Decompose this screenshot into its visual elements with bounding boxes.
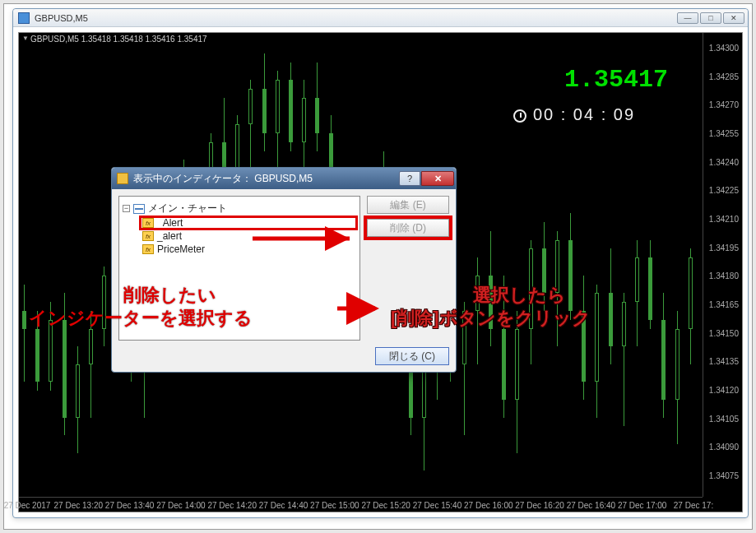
x-tick: 27 Dec 14:40: [259, 501, 308, 510]
y-tick: 1.34090: [709, 443, 739, 452]
annotation-arrow-2: [337, 299, 387, 322]
x-tick: 27 Dec 17:: [674, 501, 713, 510]
y-tick: 1.34105: [709, 414, 739, 423]
tree-item-alert-1[interactable]: fx _Alert: [141, 217, 356, 229]
dialog-icon: [117, 173, 128, 184]
x-tick: 27 Dec 16:20: [515, 501, 564, 510]
chart-icon: [133, 204, 145, 214]
chart-window-icon: [18, 12, 30, 24]
delete-button[interactable]: 削除 (D): [367, 219, 449, 237]
indicator-icon: fx: [142, 231, 154, 241]
close-dialog-button[interactable]: 閉じる (C): [375, 347, 449, 365]
y-tick: 1.34210: [709, 215, 739, 224]
y-tick: 1.34120: [709, 386, 739, 395]
y-tick: 1.34270: [709, 100, 739, 109]
x-tick: 27 Dec 2017: [4, 501, 51, 510]
x-tick: 27 Dec 13:40: [105, 501, 155, 510]
annotation-left-1: 削除したい: [123, 284, 216, 308]
annotation-arrow-1: [253, 230, 359, 250]
dialog-close-button[interactable]: ✕: [421, 171, 454, 186]
y-tick: 1.34150: [709, 328, 739, 337]
close-button[interactable]: ✕: [723, 12, 744, 24]
price-axis: 1.343001.342851.342701.342551.342401.342…: [703, 33, 742, 497]
indicator-icon: fx: [142, 218, 154, 228]
indicators-dialog: 表示中のインディケータ： GBPUSD,M5 ? ✕ − メイン・チャート fx…: [111, 167, 457, 373]
y-tick: 1.34180: [709, 271, 739, 280]
screenshot-frame: GBPUSD,M5 — □ ✕ GBPUSD,M5 1.35418 1.3541…: [3, 3, 753, 530]
dialog-help-button[interactable]: ?: [399, 171, 420, 186]
maximize-button[interactable]: □: [700, 12, 721, 24]
edit-button[interactable]: 編集 (E): [367, 196, 449, 214]
y-tick: 1.34255: [709, 129, 739, 138]
tree-collapse-icon[interactable]: −: [123, 205, 130, 212]
x-tick: 27 Dec 16:40: [567, 501, 616, 510]
tree-item-label: PriceMeter: [157, 243, 205, 255]
y-tick: 1.34300: [709, 44, 739, 53]
x-tick: 27 Dec 15:40: [413, 501, 462, 510]
x-tick: 27 Dec 13:20: [54, 501, 104, 510]
tree-item-label: _Alert: [157, 217, 183, 229]
x-tick: 27 Dec 16:00: [464, 501, 513, 510]
tree-root-item[interactable]: − メイン・チャート: [123, 202, 356, 216]
y-tick: 1.34285: [709, 72, 739, 81]
y-tick: 1.34165: [709, 300, 739, 309]
x-tick: 27 Dec 15:00: [310, 501, 359, 510]
time-axis: 27 Dec 201727 Dec 13:2027 Dec 13:4027 De…: [19, 497, 703, 512]
y-tick: 1.34240: [709, 157, 739, 166]
indicator-icon: fx: [142, 244, 154, 254]
dialog-title: 表示中のインディケータ： GBPUSD,M5: [133, 172, 399, 186]
chart-titlebar[interactable]: GBPUSD,M5 — □ ✕: [13, 9, 748, 27]
x-tick: 27 Dec 14:00: [156, 501, 206, 510]
annotation-right-2: [削除]ボタンをクリック: [391, 307, 591, 331]
x-tick: 27 Dec 17:00: [618, 501, 667, 510]
tree-item-label: _alert: [157, 230, 182, 242]
minimize-button[interactable]: —: [677, 12, 698, 24]
x-tick: 27 Dec 15:20: [361, 501, 410, 510]
x-tick: 27 Dec 14:20: [207, 501, 257, 510]
tree-root-label: メイン・チャート: [148, 202, 227, 216]
y-tick: 1.34195: [709, 243, 739, 252]
annotation-right-1: 選択したら: [473, 284, 566, 308]
chart-window-title: GBPUSD,M5: [35, 13, 677, 23]
y-tick: 1.34225: [709, 186, 739, 195]
chart-ohlc-header: GBPUSD,M5 1.35418 1.35418 1.35416 1.3541…: [30, 35, 207, 44]
y-tick: 1.34135: [709, 357, 739, 366]
dialog-titlebar[interactable]: 表示中のインディケータ： GBPUSD,M5 ? ✕: [112, 168, 456, 189]
y-tick: 1.34075: [709, 471, 739, 480]
annotation-left-2: インジケーターを選択する: [29, 307, 253, 331]
